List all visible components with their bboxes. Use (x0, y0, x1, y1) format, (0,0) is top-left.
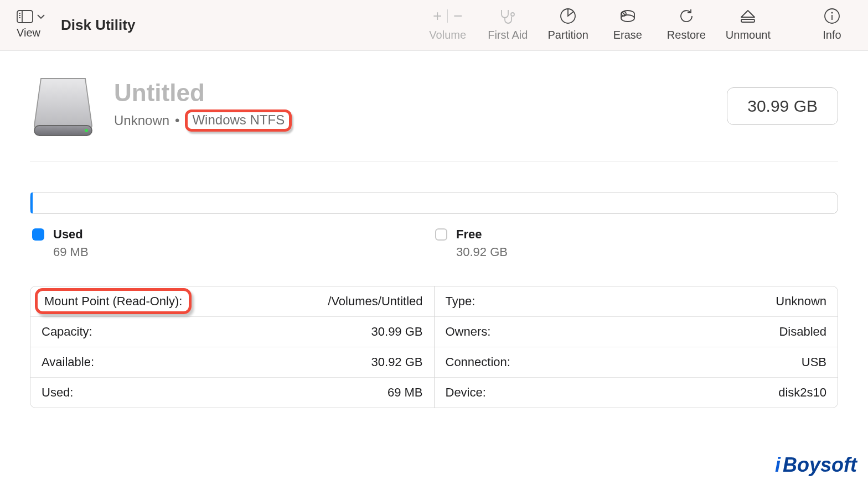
detail-row: Available: 30.92 GB (30, 347, 434, 378)
detail-row: Owners: Disabled (435, 317, 838, 347)
first-aid-label: First Aid (488, 29, 528, 41)
free-swatch (435, 228, 447, 241)
mount-point-label: Mount Point (Read-Only): (35, 288, 192, 314)
svg-point-15 (85, 129, 88, 132)
sidebar-icon (17, 10, 33, 23)
restore-button[interactable]: Restore (667, 7, 706, 41)
svg-point-5 (511, 13, 514, 16)
svg-rect-10 (741, 19, 755, 22)
mount-point-value: /Volumes/Untitled (328, 294, 422, 309)
minus-icon: − (448, 7, 468, 25)
content: Untitled Unknown • Windows NTFS 30.99 GB… (0, 51, 868, 408)
info-button[interactable]: Info (813, 7, 851, 41)
used-swatch (32, 228, 44, 241)
disk-filesystem: Windows NTFS (185, 109, 292, 132)
detail-row: Device: disk2s10 (435, 378, 838, 408)
view-label: View (17, 27, 40, 39)
eject-icon (739, 8, 757, 24)
restore-icon (678, 7, 695, 25)
volume-button: + − Volume (427, 7, 468, 41)
stethoscope-icon (498, 8, 517, 24)
volume-label: Volume (429, 29, 466, 41)
chevron-down-icon (37, 14, 45, 19)
disk-icon (30, 73, 96, 139)
pie-icon (559, 7, 577, 25)
detail-row: Connection: USB (435, 347, 838, 378)
usage-legend: Used 69 MB Free 30.92 GB (30, 227, 838, 259)
used-value: 69 MB (53, 245, 89, 259)
disk-size-badge: 30.99 GB (727, 87, 838, 125)
free-value: 30.92 GB (456, 245, 508, 259)
disk-status: Unknown (114, 113, 169, 128)
detail-row: Used: 69 MB (30, 378, 434, 408)
erase-label: Erase (613, 29, 642, 41)
usage-bar (30, 192, 838, 214)
unmount-label: Unmount (726, 29, 771, 41)
erase-icon (618, 8, 638, 24)
svg-rect-0 (17, 11, 33, 23)
erase-button[interactable]: Erase (608, 7, 647, 41)
detail-row: Type: Unknown (435, 286, 838, 317)
watermark: iBoysoft (775, 453, 857, 477)
used-label: Used (53, 227, 89, 242)
detail-row: Capacity: 30.99 GB (30, 317, 434, 347)
app-title: Disk Utility (61, 18, 135, 32)
detail-row: Mount Point (Read-Only): /Volumes/Untitl… (30, 286, 434, 317)
svg-line-8 (622, 12, 626, 15)
info-label: Info (823, 29, 841, 41)
plus-icon: + (427, 7, 447, 25)
view-button[interactable]: View (17, 10, 45, 39)
toolbar: View Disk Utility + − Volume First Aid P… (0, 0, 868, 51)
restore-label: Restore (667, 29, 706, 41)
partition-label: Partition (547, 29, 588, 41)
partition-button[interactable]: Partition (547, 7, 588, 41)
svg-rect-14 (34, 126, 92, 135)
unmount-button[interactable]: Unmount (726, 7, 771, 41)
free-label: Free (456, 227, 508, 242)
disk-header: Untitled Unknown • Windows NTFS 30.99 GB (30, 73, 838, 162)
disk-name: Untitled (114, 81, 709, 105)
details-panel: Mount Point (Read-Only): /Volumes/Untitl… (30, 286, 838, 408)
svg-marker-9 (741, 11, 755, 17)
first-aid-button: First Aid (488, 7, 528, 41)
info-icon (824, 8, 840, 24)
svg-point-12 (831, 12, 833, 14)
